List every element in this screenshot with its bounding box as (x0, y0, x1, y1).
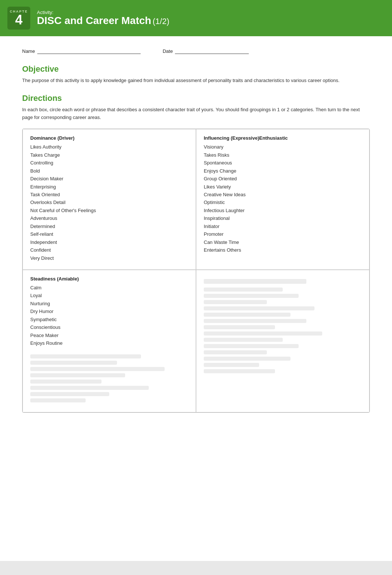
list-item: Independent (30, 238, 188, 246)
dominance-list: Likes Authority Takes Charge Controlling… (30, 143, 188, 262)
bottom-bar (0, 561, 392, 575)
list-item: Determined (30, 222, 188, 230)
list-item: Promoter (204, 230, 362, 238)
title-suffix: (1/2) (153, 17, 169, 26)
list-item: Calm (30, 284, 188, 292)
dominance-title: Dominance (Driver) (30, 135, 188, 141)
list-item: Task Oriented (30, 191, 188, 198)
page-header: CHAPTE 4 Activity: DISC and Career Match… (0, 0, 392, 36)
name-field-group: Name (22, 47, 141, 54)
list-item: Very Direct (30, 254, 188, 262)
list-item: Likes Variety (204, 183, 362, 191)
name-label: Name (22, 48, 35, 54)
list-item: Conscientious (30, 323, 188, 331)
list-item: Decision Maker (30, 175, 188, 183)
list-item: Adventurous (30, 214, 188, 222)
quadrant-influencing: Influencing (Expressive)Enthusiastic Vis… (196, 129, 369, 270)
list-item: Enjoys Routine (30, 339, 188, 347)
quadrant-compliance (196, 270, 369, 413)
date-label: Date (163, 48, 173, 54)
list-item: Bold (30, 167, 188, 175)
list-item: Not Careful of Other's Feelings (30, 207, 188, 214)
objective-body: The purpose of this activity is to apply… (22, 77, 370, 85)
steadiness-list: Calm Loyal Nurturing Dry Humor Sympathet… (30, 284, 188, 347)
list-item: Spontaneous (204, 159, 362, 167)
list-item: Inspirational (204, 214, 362, 222)
list-item: Controlling (30, 159, 188, 167)
list-item: Nurturing (30, 300, 188, 307)
disc-grid-outer: Dominance (Driver) Likes Authority Takes… (22, 129, 370, 413)
list-item: Creative New Ideas (204, 191, 362, 198)
quadrant-dominance: Dominance (Driver) Likes Authority Takes… (23, 129, 196, 270)
list-item: Enterprising (30, 183, 188, 191)
date-input-line[interactable] (175, 47, 249, 54)
list-item: Optimistic (204, 198, 362, 206)
list-item: Enjoys Change (204, 167, 362, 175)
directions-heading: Directions (22, 93, 370, 103)
redacted-title-right (204, 279, 362, 284)
list-item: Infectious Laughter (204, 207, 362, 214)
steadiness-title: Steadiness (Amiable) (30, 276, 188, 282)
list-item: Entertains Others (204, 246, 362, 254)
list-item: Overlooks Detail (30, 198, 188, 206)
list-item: Likes Authority (30, 143, 188, 151)
list-item: Loyal (30, 292, 188, 299)
list-item: Dry Humor (30, 307, 188, 315)
date-field-group: Date (163, 47, 249, 54)
name-input-line[interactable] (37, 47, 141, 54)
list-item: Confident (30, 246, 188, 254)
list-item: Group Oriented (204, 175, 362, 183)
header-text: Activity: DISC and Career Match (1/2) (37, 10, 169, 27)
redacted-content-right (204, 288, 362, 373)
influencing-list: Visionary Takes Risks Spontaneous Enjoys… (204, 143, 362, 254)
list-item: Self-reliant (30, 230, 188, 238)
list-item: Visionary (204, 143, 362, 151)
objective-heading: Objective (22, 64, 370, 74)
title-main: DISC and Career Match (37, 15, 151, 26)
quadrant-steadiness: Steadiness (Amiable) Calm Loyal Nurturin… (23, 270, 196, 413)
activity-label: Activity: (37, 10, 169, 15)
list-item: Takes Risks (204, 151, 362, 159)
redacted-content-left (30, 354, 188, 402)
disc-grid: Dominance (Driver) Likes Authority Takes… (23, 129, 369, 412)
list-item: Sympathetic (30, 316, 188, 323)
name-date-row: Name Date (22, 47, 370, 54)
list-item: Can Waste Time (204, 238, 362, 246)
influencing-title: Influencing (Expressive)Enthusiastic (204, 135, 362, 141)
list-item: Initiator (204, 222, 362, 230)
list-item: Peace Maker (30, 331, 188, 339)
chapter-number: 4 (15, 13, 23, 27)
chapter-badge: CHAPTE 4 (7, 7, 30, 30)
directions-body: In each box, circle each word or phrase … (22, 106, 370, 122)
list-item: Takes Charge (30, 151, 188, 159)
